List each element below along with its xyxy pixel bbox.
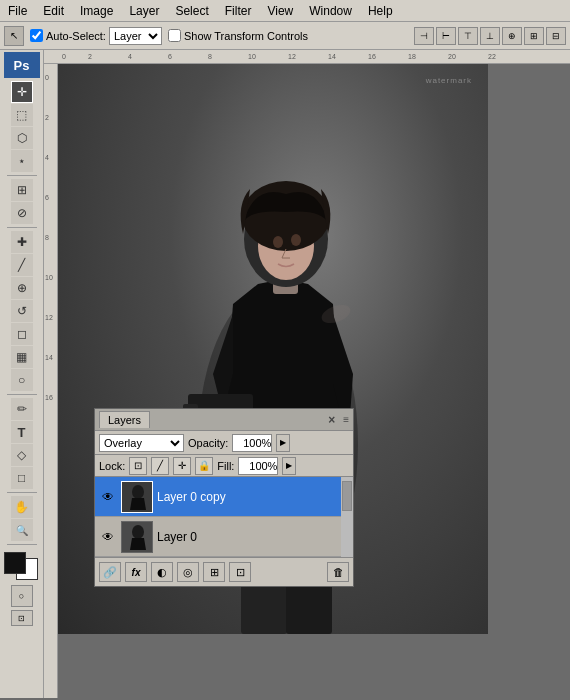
menu-window[interactable]: Window (301, 2, 360, 20)
history-brush-btn[interactable]: ↺ (11, 300, 33, 322)
move-tool-btn[interactable]: ✛ (11, 81, 33, 103)
show-transform-label: Show Transform Controls (184, 30, 308, 42)
text-tool-btn[interactable]: T (11, 421, 33, 443)
pen-tool-btn[interactable]: ✏ (11, 398, 33, 420)
lock-label: Lock: (99, 460, 125, 472)
tool-sep-2 (7, 227, 37, 228)
magic-wand-btn[interactable]: ⋆ (11, 150, 33, 172)
menu-filter[interactable]: Filter (217, 2, 260, 20)
gradient-tool-btn[interactable]: ▦ (11, 346, 33, 368)
fx-btn[interactable]: fx (125, 562, 147, 582)
layers-scrollbar[interactable] (341, 477, 353, 557)
crop-tool-btn[interactable]: ⊞ (11, 179, 33, 201)
selection-tool-btn[interactable]: ⬚ (11, 104, 33, 126)
layers-bottom-bar: 🔗 fx ◐ ◎ ⊞ ⊡ 🗑 (95, 558, 353, 586)
layer-type-select[interactable]: Layer Group (109, 27, 162, 45)
path-select-btn[interactable]: ◇ (11, 444, 33, 466)
auto-select-checkbox[interactable] (30, 29, 43, 42)
svg-point-14 (273, 236, 283, 248)
clone-stamp-btn[interactable]: ⊕ (11, 277, 33, 299)
auto-select-label: Auto-Select: (46, 30, 106, 42)
delete-layer-btn[interactable]: 🗑 (327, 562, 349, 582)
opacity-label: Opacity: (188, 437, 228, 449)
menu-select[interactable]: Select (167, 2, 216, 20)
options-bar: ↖ Auto-Select: Layer Group Show Transfor… (0, 22, 570, 50)
layer-thumb-base (121, 521, 153, 553)
layers-menu-icon[interactable]: ≡ (343, 414, 349, 425)
distribute-btn[interactable]: ⊟ (546, 27, 566, 45)
layer-visibility-copy[interactable]: 👁 (99, 488, 117, 506)
menu-image[interactable]: Image (72, 2, 121, 20)
shape-tool-btn[interactable]: □ (11, 467, 33, 489)
tool-sep-1 (7, 175, 37, 176)
ruler-top: 0 2 4 6 8 10 12 14 16 18 20 22 (44, 50, 570, 64)
show-transform-checkbox[interactable] (168, 29, 181, 42)
layer-row-base[interactable]: 👁 Layer 0 (95, 517, 353, 557)
zoom-tool-btn[interactable]: 🔍 (11, 519, 33, 541)
svg-rect-3 (241, 584, 287, 634)
ruler-left: 0 2 4 6 8 10 12 14 16 (44, 64, 58, 698)
align-top-btn[interactable]: ⊥ (480, 27, 500, 45)
opacity-input[interactable] (232, 434, 272, 452)
svg-rect-4 (286, 584, 332, 634)
move-tool-icon[interactable]: ↖ (4, 26, 24, 46)
svg-point-20 (132, 525, 144, 539)
lasso-tool-btn[interactable]: ⬡ (11, 127, 33, 149)
canvas-area: 0 2 4 6 8 10 12 14 16 18 20 22 0 2 4 6 8… (44, 50, 570, 698)
quick-mask-btn[interactable]: ○ (11, 585, 33, 607)
layers-tab[interactable]: Layers (99, 411, 150, 428)
layer-visibility-base[interactable]: 👁 (99, 528, 117, 546)
layer-thumb-copy (121, 481, 153, 513)
layer-row-copy[interactable]: 👁 Layer 0 copy (95, 477, 353, 517)
brush-tool-btn[interactable]: ╱ (11, 254, 33, 276)
menu-file[interactable]: File (0, 2, 35, 20)
screen-mode-btn[interactable]: ⊡ (11, 610, 33, 626)
fill-input[interactable] (238, 457, 278, 475)
align-buttons: ⊣ ⊢ ⊤ ⊥ ⊕ ⊞ ⊟ (414, 27, 566, 45)
add-group-btn[interactable]: ⊞ (203, 562, 225, 582)
menu-view[interactable]: View (259, 2, 301, 20)
align-center-btn[interactable]: ⊢ (436, 27, 456, 45)
lock-all-btn[interactable]: 🔒 (195, 457, 213, 475)
lock-transparent-btn[interactable]: ⊡ (129, 457, 147, 475)
link-layers-btn[interactable]: 🔗 (99, 562, 121, 582)
layer-name-base: Layer 0 (157, 530, 349, 544)
menu-bar: File Edit Image Layer Select Filter View… (0, 0, 570, 22)
menu-help[interactable]: Help (360, 2, 401, 20)
lock-move-btn[interactable]: ✛ (173, 457, 191, 475)
layers-close-btn[interactable]: × (328, 413, 335, 427)
ps-logo: Ps (4, 52, 40, 78)
new-layer-btn[interactable]: ⊡ (229, 562, 251, 582)
menu-layer[interactable]: Layer (121, 2, 167, 20)
menu-edit[interactable]: Edit (35, 2, 72, 20)
main-layout: Ps ✛ ⬚ ⬡ ⋆ ⊞ ⊘ ✚ ╱ ⊕ ↺ ◻ ▦ ○ ✏ T ◇ □ ✋ 🔍… (0, 50, 570, 698)
tool-sep-4 (7, 492, 37, 493)
align-bottom-btn[interactable]: ⊞ (524, 27, 544, 45)
align-middle-btn[interactable]: ⊕ (502, 27, 522, 45)
color-swatch-area (4, 552, 40, 582)
foreground-color-swatch[interactable] (4, 552, 26, 574)
opacity-arrow-btn[interactable]: ▶ (276, 434, 290, 452)
dodge-tool-btn[interactable]: ○ (11, 369, 33, 391)
lock-image-btn[interactable]: ╱ (151, 457, 169, 475)
blend-mode-select[interactable]: Overlay Normal Multiply Screen Soft Ligh… (99, 434, 184, 452)
scroll-thumb[interactable] (342, 481, 352, 511)
healing-tool-btn[interactable]: ✚ (11, 231, 33, 253)
fill-arrow-btn[interactable]: ▶ (282, 457, 296, 475)
eraser-tool-btn[interactable]: ◻ (11, 323, 33, 345)
hand-tool-btn[interactable]: ✋ (11, 496, 33, 518)
layers-list: 👁 Layer 0 copy 👁 (95, 477, 353, 558)
layers-panel: Layers × ≡ Overlay Normal Multiply Scree… (94, 408, 354, 587)
add-mask-btn[interactable]: ◐ (151, 562, 173, 582)
svg-point-15 (291, 234, 301, 246)
layers-options-row: Overlay Normal Multiply Screen Soft Ligh… (95, 431, 353, 455)
align-right-btn[interactable]: ⊤ (458, 27, 478, 45)
svg-point-18 (132, 485, 144, 499)
align-left-btn[interactable]: ⊣ (414, 27, 434, 45)
add-adjustment-btn[interactable]: ◎ (177, 562, 199, 582)
svg-point-13 (242, 181, 330, 251)
layer-name-copy: Layer 0 copy (157, 490, 349, 504)
layers-lock-row: Lock: ⊡ ╱ ✛ 🔒 Fill: ▶ (95, 455, 353, 477)
eyedropper-tool-btn[interactable]: ⊘ (11, 202, 33, 224)
toolbox: Ps ✛ ⬚ ⬡ ⋆ ⊞ ⊘ ✚ ╱ ⊕ ↺ ◻ ▦ ○ ✏ T ◇ □ ✋ 🔍… (0, 50, 44, 698)
